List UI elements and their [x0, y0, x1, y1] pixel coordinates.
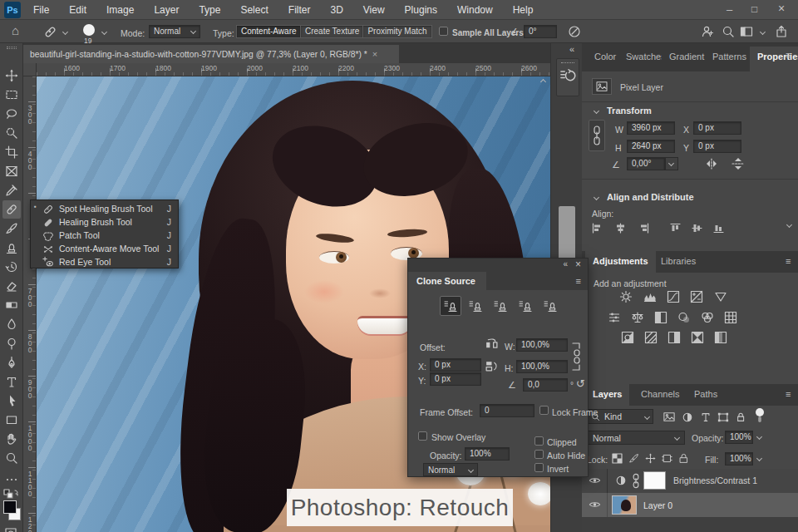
frame-offset-field[interactable]: 0 — [480, 404, 534, 417]
auto-hide-checkbox[interactable] — [534, 450, 544, 459]
align-left-icon[interactable] — [592, 223, 603, 234]
menu-file[interactable]: File — [23, 4, 59, 16]
flip-horizontal-icon[interactable] — [705, 158, 718, 170]
flip-horizontal-icon[interactable] — [485, 338, 499, 351]
show-overlay-checkbox[interactable] — [418, 431, 427, 441]
levels-adjustment-icon[interactable] — [643, 289, 657, 303]
clone-stamp-slot-3[interactable] — [490, 296, 511, 316]
gradient-tool[interactable] — [2, 296, 21, 314]
transform-x-field[interactable]: 0 px — [693, 121, 741, 135]
align-middle-icon[interactable] — [692, 223, 703, 234]
invert-adjustment-icon[interactable] — [620, 330, 634, 344]
type-tool[interactable] — [2, 372, 21, 391]
opacity-field[interactable]: 100% — [725, 431, 753, 444]
mode-dropdown[interactable]: Normal — [149, 25, 200, 38]
home-icon[interactable]: ⌂ — [12, 23, 19, 37]
layer-mask-thumbnail[interactable] — [643, 471, 666, 490]
quick-mask-icon[interactable] — [4, 527, 17, 532]
tab-libraries[interactable]: Libraries — [653, 251, 703, 271]
clone-stamp-slot-1[interactable] — [440, 296, 461, 316]
type-proximity-match-button[interactable]: Proximity Match — [362, 25, 432, 38]
transform-y-field[interactable]: 0 px — [693, 140, 741, 153]
visibility-eye-icon[interactable] — [589, 475, 601, 485]
h-field[interactable]: 100,0% — [516, 360, 568, 373]
lock-position-icon[interactable] — [645, 453, 656, 464]
filter-adjustment-layers-icon[interactable] — [682, 411, 693, 423]
history-panel-button[interactable] — [556, 58, 579, 96]
filter-shape-layers-icon[interactable] — [717, 411, 729, 423]
lock-transparency-icon[interactable] — [612, 453, 623, 464]
properties-menu-icon[interactable]: ≡ — [786, 50, 791, 60]
toolbar-grip[interactable] — [7, 47, 17, 49]
window-maximize-icon[interactable]: □ — [751, 3, 757, 15]
filter-pin-toggle[interactable] — [754, 407, 766, 426]
move-tool[interactable] — [2, 66, 21, 85]
layer-thumbnail[interactable] — [612, 495, 637, 515]
flyout-item-spot-healing[interactable]: ▪ Spot Healing Brush Tool J — [31, 203, 178, 216]
clone-source-tab[interactable]: Clone Source — [408, 272, 486, 290]
layer-row-adjustment[interactable]: Brightness/Contrast 1 — [582, 469, 798, 493]
fill-chevron[interactable] — [756, 456, 762, 461]
transform-angle-field[interactable]: 0,00° — [627, 157, 665, 170]
sample-all-layers-checkbox[interactable] — [439, 27, 448, 36]
menu-3d[interactable]: 3D — [320, 4, 352, 16]
invert-checkbox[interactable] — [534, 463, 544, 472]
window-close-icon[interactable]: × — [778, 2, 785, 15]
filter-type-layers-icon[interactable] — [700, 411, 712, 423]
adjustments-menu-icon[interactable]: ≡ — [786, 256, 791, 266]
brush-picker-chevron[interactable] — [101, 29, 107, 35]
layer-name[interactable]: Layer 0 — [643, 500, 672, 511]
eraser-tool[interactable] — [2, 277, 21, 295]
pen-tool[interactable] — [2, 353, 21, 372]
align-center-icon[interactable] — [615, 223, 627, 234]
transform-w-field[interactable]: 3960 px — [627, 121, 675, 135]
hue-saturation-adjustment-icon[interactable] — [607, 310, 621, 324]
w-field[interactable]: 100,0% — [516, 338, 568, 352]
flyout-item-content-aware-move[interactable]: Content-Aware Move Tool J — [31, 243, 178, 256]
threshold-adjustment-icon[interactable] — [667, 330, 681, 344]
fill-field[interactable]: 100% — [725, 452, 753, 466]
brush-tool[interactable] — [2, 219, 21, 238]
clone-stamp-slot-5[interactable] — [539, 296, 561, 316]
marquee-tool[interactable] — [2, 86, 21, 104]
document-tab[interactable]: beautiful-girl-standing-in-a-studio-with… — [23, 45, 399, 63]
align-section-chevron[interactable] — [594, 195, 599, 200]
foreground-color-swatch[interactable] — [3, 500, 17, 514]
align-right-icon[interactable] — [638, 223, 650, 234]
clone-stamp-slot-2[interactable] — [465, 296, 486, 316]
swap-colors-icon[interactable] — [3, 489, 20, 499]
tab-patterns[interactable]: Patterns — [705, 47, 754, 66]
visibility-eye-icon[interactable] — [589, 500, 601, 510]
lock-all-icon[interactable] — [678, 453, 689, 464]
lock-frame-checkbox[interactable] — [539, 406, 549, 415]
color-lookup-adjustment-icon[interactable] — [723, 310, 737, 324]
share-export-icon[interactable] — [775, 25, 788, 38]
flyout-item-red-eye[interactable]: Red Eye Tool J — [31, 256, 178, 269]
preset-dropdown-chevron[interactable] — [62, 29, 68, 35]
lock-paint-icon[interactable] — [628, 453, 639, 464]
menu-window[interactable]: Window — [447, 4, 503, 16]
tab-adjustments[interactable]: Adjustments — [585, 251, 656, 273]
channel-mixer-adjustment-icon[interactable] — [700, 310, 714, 324]
menu-filter[interactable]: Filter — [278, 4, 321, 16]
object-selection-tool[interactable] — [2, 124, 21, 142]
window-minimize-icon[interactable]: – — [727, 3, 732, 16]
lock-artboard-icon[interactable] — [662, 453, 672, 464]
rectangle-tool[interactable] — [2, 411, 21, 429]
zoom-tool[interactable] — [2, 449, 21, 467]
menu-plugins[interactable]: Plugins — [395, 4, 447, 16]
dodge-tool[interactable] — [2, 334, 21, 352]
x-field[interactable]: 0 px — [430, 358, 481, 372]
tab-swatches[interactable]: Swatches — [618, 47, 662, 66]
path-selection-tool[interactable] — [2, 392, 21, 410]
menu-layer[interactable]: Layer — [144, 4, 189, 16]
frame-tool[interactable] — [2, 162, 21, 180]
clone-stamp-tool[interactable] — [2, 239, 21, 257]
align-top-icon[interactable] — [670, 223, 682, 234]
hand-tool[interactable] — [2, 430, 21, 448]
filter-smart-objects-icon[interactable] — [736, 411, 747, 423]
canvas-vertical-scrollbar-thumb[interactable] — [559, 206, 575, 259]
black-white-adjustment-icon[interactable] — [653, 310, 667, 324]
gradient-map-adjustment-icon[interactable] — [713, 330, 727, 344]
posterize-adjustment-icon[interactable] — [643, 330, 658, 344]
